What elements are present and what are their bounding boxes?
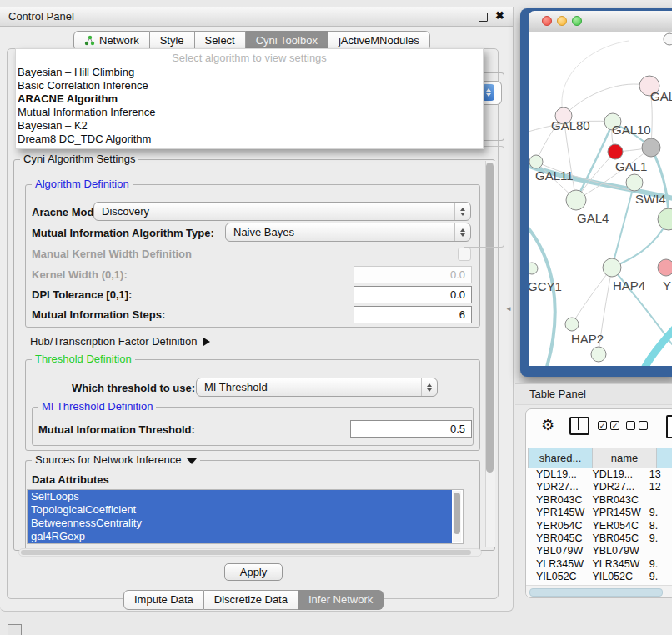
table-row[interactable]: YBR045CYBR045C9. <box>528 532 672 545</box>
select-all-checks-icon[interactable]: ✓✓ <box>598 421 619 430</box>
network-node[interactable] <box>658 208 672 230</box>
network-edge[interactable] <box>572 268 612 324</box>
settings-horizontal-scrollbar[interactable] <box>18 548 482 557</box>
network-node[interactable] <box>664 33 672 45</box>
collapsed-panel-icon[interactable] <box>8 624 22 635</box>
attribute-item-betweennesscentrality[interactable]: BetweennessCentrality <box>28 517 452 530</box>
network-node[interactable] <box>608 144 623 159</box>
gear-icon[interactable]: ⚙ <box>541 417 554 433</box>
network-edge[interactable] <box>612 182 634 268</box>
table-row[interactable]: YLR345WYLR345W9. <box>528 558 672 571</box>
node-label-gal1: GAL1 <box>615 159 647 173</box>
kernel-width-input[interactable]: 0.0 <box>354 266 472 283</box>
network-node[interactable] <box>529 155 543 168</box>
network-edge[interactable] <box>576 122 613 200</box>
mi-threshold-value: 0.5 <box>450 422 465 435</box>
control-panel-titlebar[interactable]: Control Panel ✖ <box>0 8 513 27</box>
settings-hscrollbar-thumb[interactable] <box>21 550 471 555</box>
mi-algorithm-type-select[interactable]: Naive Bayes <box>225 222 471 242</box>
attribute-item-topologicalcoefficient[interactable]: TopologicalCoefficient <box>28 503 452 517</box>
network-node[interactable] <box>529 262 538 274</box>
algorithm-option-bayesian-k2[interactable]: Bayesian – K2 <box>16 119 483 132</box>
table-toolbar: ⚙ ✓✓ ✓✓ <box>526 409 672 448</box>
which-threshold-select[interactable]: MI Threshold <box>196 378 438 397</box>
combo-stepper-icon[interactable] <box>482 84 494 101</box>
split-columns-icon[interactable] <box>569 417 589 435</box>
network-node[interactable] <box>642 138 660 157</box>
network-edge[interactable] <box>564 84 649 116</box>
algorithm-option-aracne-algorithm[interactable]: ARACNE Algorithm <box>16 92 483 106</box>
table-row[interactable]: YDR27...YDR27...12 <box>528 481 672 493</box>
table-row[interactable]: YPR145WYPR145W9. <box>528 507 672 519</box>
aracne-mode-value: Discovery <box>102 205 149 218</box>
algorithm-option-mutual-information-inference[interactable]: Mutual Information Inference <box>16 106 483 119</box>
table-row[interactable]: YBL079WYBL079W <box>528 545 672 558</box>
mi-threshold-group-title: MI Threshold Definition <box>38 400 156 412</box>
mi-threshold-input[interactable]: 0.5 <box>350 420 472 438</box>
tab-impute-data[interactable]: Impute Data <box>123 590 204 610</box>
table-horizontal-scrollbar[interactable] <box>526 585 672 598</box>
algorithm-option-dream8-dc-tdc-algorithm[interactable]: Dream8 DC_TDC Algorithm <box>16 132 483 146</box>
hub-definition-toggle[interactable]: Hub/Transcription Factor Definition <box>30 335 210 348</box>
close-window-icon[interactable] <box>542 16 552 26</box>
network-node[interactable] <box>603 258 621 277</box>
zoom-window-icon[interactable] <box>572 16 582 26</box>
data-attributes-list[interactable]: SelfLoopsTopologicalCoefficientBetweenne… <box>27 489 464 544</box>
collapsed-arrow-icon[interactable] <box>203 338 210 346</box>
minimize-window-icon[interactable] <box>557 16 567 26</box>
tab-infer-network[interactable]: Infer Network <box>298 590 384 610</box>
manual-kernel-width-checkbox[interactable] <box>458 248 471 261</box>
table-row[interactable]: YBR043CYBR043C <box>528 494 672 507</box>
network-node[interactable] <box>626 174 643 191</box>
table-cell: YDL19... <box>528 468 585 481</box>
tab-label: Network <box>99 34 139 47</box>
network-canvas[interactable]: GALGAL80GAL10GAL1GAL11SWI4GAL4GCY1HAP4YH… <box>529 32 672 366</box>
node-label-gal: GAL <box>650 89 672 103</box>
table-cell: YBL079W <box>528 545 585 558</box>
network-node[interactable] <box>658 259 672 276</box>
attributes-scrollbar-thumb[interactable] <box>454 492 460 534</box>
mi-steps-input[interactable]: 6 <box>354 306 472 323</box>
deselect-all-checks-icon[interactable]: ✓✓ <box>626 421 648 430</box>
attribute-item-gal4rgexp[interactable]: gal4RGexp <box>28 530 452 543</box>
float-panel-icon[interactable] <box>479 12 488 22</box>
network-edge[interactable] <box>645 326 672 366</box>
network-node[interactable] <box>565 318 579 331</box>
table-cell: YBL079W <box>585 545 642 558</box>
table-panel-title: Table Panel <box>529 388 586 400</box>
new-table-icon[interactable] <box>666 415 672 438</box>
aracne-mode-select[interactable]: Discovery <box>93 202 471 221</box>
column-header-name[interactable]: name <box>593 448 657 468</box>
column-header-cut[interactable] <box>657 448 672 468</box>
kernel-width-value: 0.0 <box>450 268 465 281</box>
apply-button[interactable]: Apply <box>224 563 283 581</box>
node-label-hap4: HAP4 <box>613 278 645 292</box>
table-hscrollbar-thumb[interactable] <box>529 588 663 597</box>
table-cell: YDL19... <box>585 468 642 481</box>
panel-resize-handle[interactable]: ◄ <box>505 305 512 312</box>
close-panel-icon[interactable]: ✖ <box>495 9 504 22</box>
dpi-tolerance-value: 0.0 <box>450 288 465 301</box>
table-row[interactable]: YDL19...YDL19...13 <box>528 468 672 481</box>
network-edge[interactable] <box>562 41 629 116</box>
manual-kernel-width-label: Manual Kernel Width Definition <box>32 248 192 260</box>
hub-definition-label: Hub/Transcription Factor Definition <box>30 335 197 348</box>
network-edge[interactable] <box>529 224 555 366</box>
tab-discretize-data[interactable]: Discretize Data <box>204 590 298 610</box>
table-row[interactable]: YER054CYER054C8. <box>528 520 672 532</box>
table-column-headers: shared...name <box>528 448 672 468</box>
node-label-gal80: GAL80 <box>551 118 590 132</box>
network-node[interactable] <box>566 190 586 210</box>
network-graph[interactable]: GALGAL80GAL10GAL1GAL11SWI4GAL4GCY1HAP4YH… <box>529 32 672 366</box>
column-header-shared-[interactable]: shared... <box>528 448 593 468</box>
network-node[interactable] <box>591 347 606 362</box>
algorithm-option-bayesian-hill-climbing[interactable]: Bayesian – Hill Climbing <box>16 66 483 79</box>
table-cell: 13 <box>643 468 672 481</box>
dpi-tolerance-input[interactable]: 0.0 <box>354 286 472 303</box>
algorithm-option-basic-correlation-inference[interactable]: Basic Correlation Inference <box>16 79 483 92</box>
attribute-item-selfloops[interactable]: SelfLoops <box>28 490 452 503</box>
network-window-titlebar[interactable] <box>529 11 672 32</box>
table-cell: YBR043C <box>528 494 585 507</box>
table-row[interactable]: YIL052CYIL052C9. <box>528 571 672 582</box>
expanded-arrow-icon[interactable] <box>187 458 197 464</box>
